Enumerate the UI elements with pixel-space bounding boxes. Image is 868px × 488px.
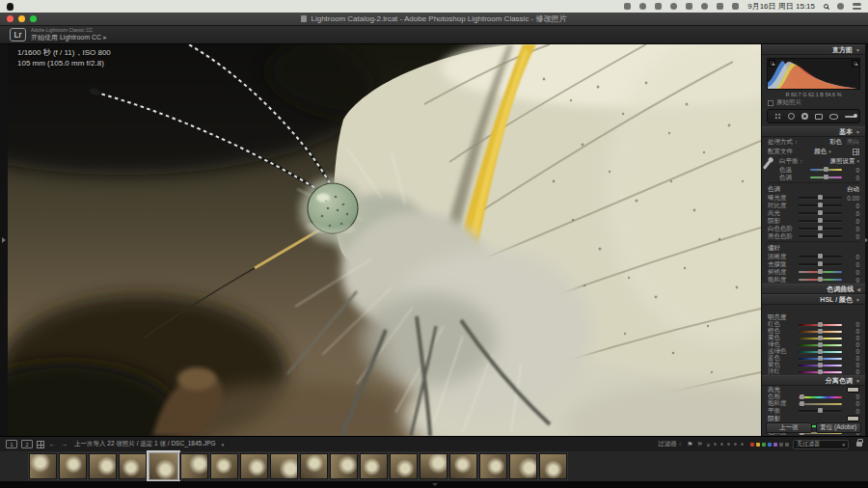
photo-canvas[interactable]: 1/1600 秒 (f / 11)，ISO 800 105 mm (105.0 …: [8, 44, 761, 436]
filmstrip-thumbnail[interactable]: [89, 453, 117, 479]
slider-track[interactable]: [799, 371, 842, 373]
cloud-icon[interactable]: [655, 3, 662, 10]
star-filter-dot[interactable]: [714, 443, 717, 446]
display-icon[interactable]: [624, 3, 631, 10]
slider-thumb[interactable]: [818, 329, 823, 334]
slider-track[interactable]: [799, 358, 842, 360]
filmstrip-thumbnail[interactable]: [119, 453, 147, 479]
basic-panel-header[interactable]: 基本▼: [762, 126, 865, 137]
flagged-filter-icon[interactable]: ⚑: [687, 441, 692, 448]
slider-value[interactable]: 0: [846, 335, 859, 341]
filmstrip-thumbnail[interactable]: [29, 453, 57, 479]
app-status-icon[interactable]: [639, 3, 646, 10]
filmstrip-thumbnail[interactable]: [59, 453, 87, 479]
slider-value[interactable]: 0: [846, 355, 859, 362]
slider-value[interactable]: 0: [846, 167, 859, 174]
crop-overlay-tool-icon[interactable]: [774, 113, 781, 120]
red-eye-tool-icon[interactable]: [801, 113, 808, 120]
volume-icon[interactable]: [717, 3, 723, 10]
rejected-filter-icon[interactable]: ⚑: [696, 441, 702, 448]
adjustment-brush-tool-icon[interactable]: [845, 116, 856, 118]
hsl-panel-header[interactable]: HSL / 颜色▼: [762, 294, 865, 305]
filmstrip-thumbnail[interactable]: [300, 453, 328, 479]
slider-thumb[interactable]: [800, 394, 804, 399]
slider-track[interactable]: [799, 365, 842, 366]
slider-value[interactable]: 0: [846, 226, 859, 232]
slider-value[interactable]: 0: [846, 203, 859, 209]
go-back-icon[interactable]: ←: [48, 440, 56, 448]
balance-value[interactable]: 0: [846, 408, 859, 415]
color-label-filter-dot[interactable]: [773, 443, 777, 447]
slider-value[interactable]: 0: [846, 321, 859, 328]
histogram-panel-header[interactable]: 直方图▼: [762, 44, 865, 55]
slider-track[interactable]: [810, 169, 842, 171]
slider-track[interactable]: [799, 271, 842, 273]
slider-thumb[interactable]: [800, 401, 804, 406]
clock-app-icon[interactable]: [670, 3, 677, 10]
slider-thumb[interactable]: [818, 195, 823, 200]
second-window-button[interactable]: 2: [21, 440, 33, 448]
filter-preset-dropdown[interactable]: 无过滤器 ▾: [793, 440, 849, 449]
shadow-clipping-indicator[interactable]: [769, 60, 775, 67]
slider-value[interactable]: 0: [846, 400, 859, 407]
slider-value[interactable]: 0: [846, 277, 859, 284]
balance-thumb[interactable]: [818, 408, 823, 413]
slider-thumb[interactable]: [818, 210, 823, 215]
apple-logo-icon[interactable]: [7, 3, 14, 11]
battery-icon[interactable]: [732, 3, 739, 10]
slider-value[interactable]: 0: [846, 218, 859, 225]
radial-filter-tool-icon[interactable]: [829, 114, 838, 120]
slider-value[interactable]: 0: [846, 269, 859, 276]
slider-value[interactable]: 0.00: [846, 195, 859, 202]
filter-lock-icon[interactable]: [856, 442, 862, 447]
slider-track[interactable]: [799, 197, 842, 199]
slider-thumb[interactable]: [818, 233, 823, 238]
filmstrip-thumbnail[interactable]: [479, 453, 507, 479]
filmstrip-thumbnail[interactable]: [330, 453, 358, 479]
star-filter-dot[interactable]: [734, 443, 737, 446]
notification-center-icon[interactable]: [853, 3, 861, 10]
slider-thumb[interactable]: [818, 203, 823, 207]
slider-thumb[interactable]: [818, 342, 823, 347]
slider-track[interactable]: [799, 324, 842, 326]
filmstrip-thumbnail[interactable]: [240, 453, 268, 479]
wb-eyedropper-icon[interactable]: [763, 159, 772, 170]
slider-thumb[interactable]: [818, 363, 823, 367]
filmstrip-thumbnail[interactable]: [210, 453, 238, 479]
slider-thumb[interactable]: [818, 356, 823, 361]
rating-gte-icon[interactable]: ≥: [707, 442, 710, 447]
filmstrip-thumbnail[interactable]: [149, 452, 178, 480]
filmstrip-thumbnail[interactable]: [539, 453, 567, 479]
main-window-button[interactable]: 1: [6, 440, 17, 448]
original-photo-checkbox[interactable]: [768, 100, 773, 106]
filmstrip-thumbnail[interactable]: [180, 453, 208, 479]
slider-track[interactable]: [799, 263, 842, 265]
slider-track[interactable]: [799, 338, 842, 339]
slider-track[interactable]: [799, 351, 842, 353]
filmstrip-thumbnail[interactable]: [270, 453, 298, 479]
slider-thumb[interactable]: [818, 226, 823, 230]
slider-track[interactable]: [799, 235, 842, 237]
graduated-filter-tool-icon[interactable]: [815, 114, 823, 120]
left-panel-collapsed-gutter[interactable]: [0, 44, 8, 436]
slider-track[interactable]: [799, 331, 842, 333]
treatment-color-option[interactable]: 彩色: [829, 138, 842, 147]
slider-value[interactable]: 0: [846, 261, 859, 268]
slider-value[interactable]: 0: [846, 362, 859, 368]
grid-view-icon[interactable]: [37, 441, 44, 448]
slider-thumb[interactable]: [824, 167, 828, 172]
star-filter-dot[interactable]: [720, 443, 723, 446]
histogram[interactable]: [767, 58, 860, 90]
reset-button[interactable]: 复位 (Adobe): [816, 422, 862, 433]
tone-curve-panel-header[interactable]: 色调曲线◀: [762, 284, 865, 294]
filmstrip-thumbnail[interactable]: [449, 453, 477, 479]
highlight-clipping-indicator[interactable]: [852, 60, 858, 67]
slider-value[interactable]: 0: [846, 368, 859, 375]
slider-thumb[interactable]: [818, 218, 823, 223]
filmstrip-thumbnail[interactable]: [360, 453, 388, 479]
slider-value[interactable]: 0: [846, 175, 859, 181]
treatment-bw-option[interactable]: 黑白: [847, 138, 859, 147]
previous-button[interactable]: 上一张: [766, 422, 812, 433]
promo-link[interactable]: 开始使用 Lightroom CC▸: [31, 34, 107, 41]
slider-track[interactable]: [799, 396, 842, 398]
